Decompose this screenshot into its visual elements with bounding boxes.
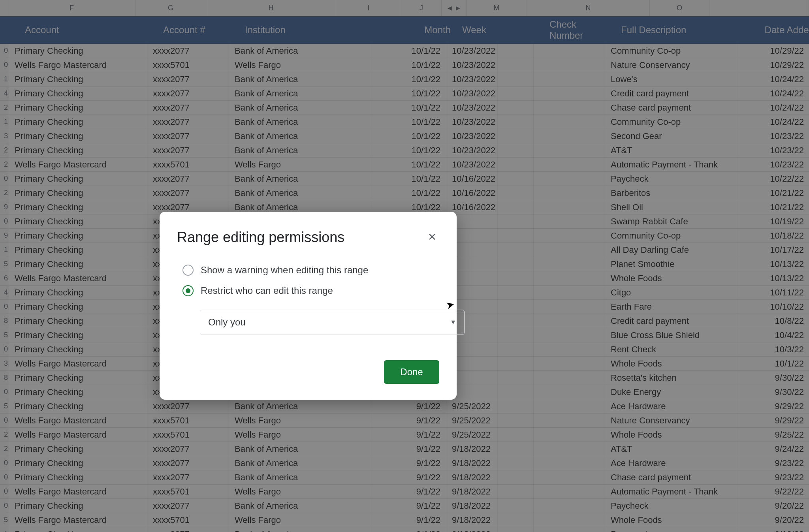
- restrict-select[interactable]: Only you ▼: [200, 310, 465, 335]
- close-button[interactable]: ✕: [425, 230, 439, 244]
- option-restrict-label: Restrict who can edit this range: [201, 285, 333, 296]
- option-show-warning[interactable]: Show a warning when editing this range: [182, 260, 439, 280]
- restrict-select-value: Only you: [208, 317, 246, 328]
- dialog-title: Range editing permissions: [177, 229, 439, 246]
- option-restrict[interactable]: Restrict who can edit this range: [182, 280, 439, 301]
- option-show-warning-label: Show a warning when editing this range: [201, 265, 368, 276]
- radio-checked-icon: [182, 285, 194, 296]
- range-permissions-dialog: Range editing permissions ✕ Show a warni…: [160, 212, 457, 400]
- done-button[interactable]: Done: [384, 360, 439, 384]
- caret-down-icon: ▼: [450, 319, 456, 326]
- close-icon: ✕: [428, 231, 436, 243]
- radio-unchecked-icon: [182, 265, 194, 276]
